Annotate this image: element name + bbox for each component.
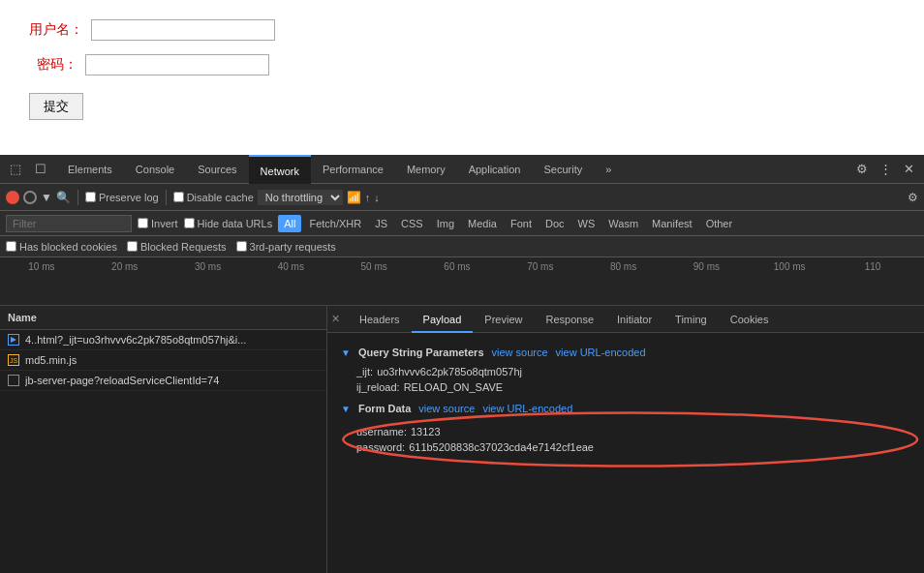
disable-cache-text: Disable cache [187,192,254,203]
third-party-label[interactable]: 3rd-party requests [236,241,336,253]
blocked-requests-checkbox[interactable] [127,241,138,252]
tl-100: 100 ms [748,261,831,272]
timeline-labels: 10 ms 20 ms 30 ms 40 ms 50 ms 60 ms 70 m… [0,261,924,272]
qs-value-1: RELOAD_ON_SAVE [404,381,504,393]
tl-70: 70 ms [499,261,582,272]
filter-manifest[interactable]: Manifest [646,215,698,232]
preserve-log-label[interactable]: Preserve log [85,192,159,203]
invert-checkbox[interactable] [138,218,148,228]
close-devtools-icon[interactable]: ✕ [897,158,920,181]
wifi-icon: 📶 [347,191,361,204]
tab-application[interactable]: Application [457,155,533,184]
password-input[interactable] [85,54,269,75]
qs-key-0: _ijt: [356,366,373,377]
download-icon: ↓ [374,192,380,203]
filter-doc[interactable]: Doc [539,215,570,232]
has-blocked-cookies-checkbox[interactable] [6,241,16,252]
close-icon[interactable]: ✕ [331,313,340,325]
qs-view-url-encoded-link[interactable]: view URL-encoded [556,347,646,358]
username-label: 用户名： [29,21,83,39]
filter-wasm[interactable]: Wasm [602,215,644,232]
tab-sources[interactable]: Sources [186,155,248,184]
blocked-row: Has blocked cookies Blocked Requests 3rd… [0,236,924,257]
left-panel: Name 4..html?_ijt=uo3rhvvv6c2pk785o8qtm0… [0,306,327,573]
disable-cache-checkbox[interactable] [173,192,184,202]
password-label: 密码： [29,56,77,74]
tab-console[interactable]: Console [124,155,186,184]
timeline-area: 10 ms 20 ms 30 ms 40 ms 50 ms 60 ms 70 m… [0,257,924,306]
tl-40: 40 ms [249,261,332,272]
tab-timing[interactable]: Timing [663,306,719,333]
right-tab-bar: ✕ Headers Payload Preview Response Initi… [327,306,924,333]
req-icon-0 [8,334,19,346]
fd-key-0: username: [356,426,407,437]
submit-button[interactable]: 提交 [29,93,83,120]
gear-icon[interactable]: ⚙ [850,158,874,181]
filter-icon[interactable]: ▼ [41,191,52,204]
fd-view-source-link[interactable]: view source [418,403,475,414]
has-blocked-cookies-label[interactable]: Has blocked cookies [6,241,117,253]
tab-memory[interactable]: Memory [395,155,457,184]
tab-security[interactable]: Security [532,155,594,184]
blocked-requests-label[interactable]: Blocked Requests [127,241,227,253]
network-settings-icon[interactable]: ⚙ [908,191,918,204]
hide-data-urls-text: Hide data URLs [198,218,273,229]
preserve-log-checkbox[interactable] [85,192,96,202]
right-panel: ✕ Headers Payload Preview Response Initi… [327,306,924,573]
cursor-icon[interactable]: ⬚ [4,158,27,181]
tab-icons: ⬚ ☐ [4,158,52,181]
hide-data-urls-label[interactable]: Hide data URLs [184,218,273,229]
record-button[interactable] [6,191,19,204]
tl-30: 30 ms [167,261,250,272]
req-name-2: jb-server-page?reloadServiceClientId=74 [25,375,319,386]
filter-font[interactable]: Font [505,215,538,232]
tl-20: 20 ms [83,261,167,272]
invert-label[interactable]: Invert [138,218,178,229]
fd-view-url-encoded-link[interactable]: view URL-encoded [482,403,572,414]
tab-cookies[interactable]: Cookies [719,306,781,333]
tab-preview[interactable]: Preview [473,306,534,333]
fd-value-1: 611b5208838c37023cda4e7142cf1eae [409,441,594,453]
stop-button[interactable] [23,191,37,204]
disable-cache-label[interactable]: Disable cache [173,192,254,203]
tab-performance[interactable]: Performance [311,155,395,184]
filter-ws[interactable]: WS [572,215,601,232]
username-input[interactable] [91,19,275,41]
third-party-checkbox[interactable] [236,241,247,252]
tab-headers[interactable]: Headers [348,306,412,333]
tab-elements[interactable]: Elements [56,155,124,184]
tab-more[interactable]: » [594,155,623,184]
device-icon[interactable]: ☐ [29,158,52,181]
throttle-select[interactable]: No throttling [258,190,343,205]
search-icon[interactable]: 🔍 [56,191,71,204]
more-options-icon[interactable]: ⋮ [874,158,897,181]
main-content: Name 4..html?_ijt=uo3rhvvv6c2pk785o8qtm0… [0,306,924,573]
req-name-1: md5.min.js [25,354,319,366]
fd-arrow-icon: ▼ [341,404,351,414]
filter-fetch-xhr[interactable]: Fetch/XHR [303,215,367,232]
qs-view-source-link[interactable]: view source [492,347,548,358]
svg-rect-1 [10,377,17,384]
filter-css[interactable]: CSS [395,215,429,232]
request-item-2[interactable]: jb-server-page?reloadServiceClientId=74 [0,371,326,391]
hide-data-urls-checkbox[interactable] [184,218,195,228]
fd-value-0: 13123 [411,426,441,437]
tab-payload[interactable]: Payload [412,306,474,333]
filter-media[interactable]: Media [462,215,503,232]
devtools-tab-bar: ⬚ ☐ Elements Console Sources Network Per… [0,155,924,184]
tab-network[interactable]: Network [249,155,311,184]
filter-all[interactable]: All [278,215,301,232]
filter-img[interactable]: Img [431,215,460,232]
form-data-rows-wrapper: username: 13123 password: 611b5208838c37… [341,420,910,459]
tab-initiator[interactable]: Initiator [605,306,663,333]
tab-response[interactable]: Response [534,306,605,333]
request-item-1[interactable]: JS md5.min.js [0,350,326,371]
blocked-requests-text: Blocked Requests [140,241,227,253]
filter-other[interactable]: Other [700,215,739,232]
filter-input[interactable] [6,215,132,232]
request-item-0[interactable]: 4..html?_ijt=uo3rhvvv6c2pk785o8qtm057hj&… [0,330,326,350]
preserve-log-text: Preserve log [99,192,159,203]
filter-js[interactable]: JS [369,215,393,232]
fd-param-1: password: 611b5208838c37023cda4e7142cf1e… [341,439,910,455]
username-row: 用户名： [29,19,895,41]
